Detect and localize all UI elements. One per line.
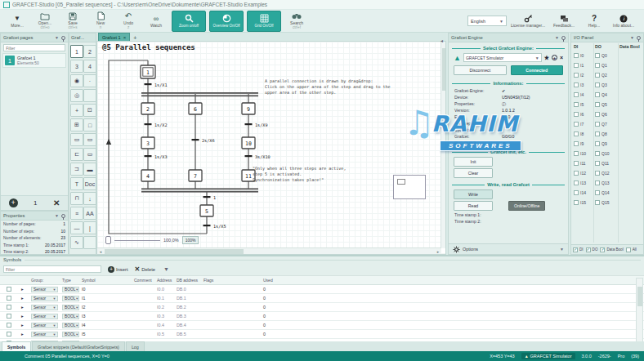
- expand-arrow-icon[interactable]: ▸: [18, 296, 31, 301]
- do-checkbox[interactable]: [595, 200, 600, 205]
- bottom-tab[interactable]: Grafcet snippets (Default\GrafcetSnippet…: [32, 341, 125, 351]
- do-checkbox[interactable]: [595, 102, 600, 107]
- do-checkbox[interactable]: [595, 53, 600, 58]
- zoom-reset-button[interactable]: 100%: [182, 236, 199, 244]
- pin-icon[interactable]: [637, 36, 641, 40]
- palette-item[interactable]: ▭: [83, 133, 96, 146]
- palette-item[interactable]: ⊓: [70, 192, 83, 205]
- horizontal-scrollbar[interactable]: ◂ ▸: [97, 247, 441, 255]
- palette-item[interactable]: ▬: [83, 163, 96, 176]
- group-dropdown[interactable]: Sensor▼: [31, 314, 58, 319]
- io-filter-toggle[interactable]: ✓ Data Bool: [600, 247, 623, 252]
- row-checkbox[interactable]: [7, 323, 11, 328]
- online-offline-button[interactable]: Online/Offline: [508, 201, 545, 211]
- do-checkbox[interactable]: [595, 151, 600, 156]
- palette-item[interactable]: 4: [83, 60, 96, 73]
- palette-item[interactable]: ↓: [83, 192, 96, 205]
- do-checkbox[interactable]: [595, 63, 600, 68]
- gear-icon[interactable]: [453, 246, 460, 253]
- di-checkbox[interactable]: [574, 161, 579, 166]
- palette-item[interactable]: [83, 89, 96, 102]
- group-dropdown[interactable]: Sensor▼: [31, 287, 58, 292]
- scroll-thumb[interactable]: [637, 287, 642, 306]
- collapse-panel-icon[interactable]: ◂: [441, 38, 443, 43]
- watch-button[interactable]: ∞ Watch: [142, 11, 170, 32]
- palette-item[interactable]: □: [83, 118, 96, 131]
- palette-item[interactable]: ⊏: [70, 148, 83, 161]
- do-checkbox[interactable]: [595, 171, 600, 176]
- palette-item[interactable]: T: [70, 177, 83, 190]
- simulator-chip[interactable]: ▲ GRAFCET Simulator: [521, 353, 575, 359]
- bottom-tab[interactable]: Symbols: [2, 341, 31, 351]
- expand-arrow-icon[interactable]: ▸: [18, 332, 31, 336]
- palette-item[interactable]: AA: [83, 207, 96, 220]
- di-checkbox[interactable]: [574, 92, 579, 97]
- checkbox[interactable]: ✓: [586, 247, 591, 252]
- palette-item[interactable]: 3: [70, 60, 83, 73]
- di-checkbox[interactable]: [574, 190, 579, 195]
- do-checkbox[interactable]: [595, 112, 600, 117]
- palette-item[interactable]: —: [70, 221, 83, 234]
- palette-item[interactable]: 1: [70, 45, 83, 58]
- palette-item[interactable]: ◎: [70, 89, 83, 102]
- palette-item[interactable]: ·: [83, 74, 96, 87]
- do-checkbox[interactable]: [595, 141, 600, 146]
- di-checkbox[interactable]: [574, 131, 579, 136]
- feedback-button[interactable]: Feedback...: [549, 11, 579, 32]
- di-checkbox[interactable]: [574, 141, 579, 146]
- options-label[interactable]: Options: [463, 247, 478, 252]
- comment-box[interactable]: [393, 175, 426, 199]
- read-button[interactable]: Read: [454, 201, 493, 211]
- license-manager-button[interactable]: License manager...: [510, 11, 546, 32]
- palette-item[interactable]: [83, 236, 96, 249]
- close-tab-icon[interactable]: ×: [123, 35, 127, 40]
- grafcet-canvas[interactable]: @5 Parallel sequences: [96, 41, 446, 255]
- expand-arrow-icon[interactable]: ▸: [18, 287, 31, 292]
- di-checkbox[interactable]: [574, 122, 579, 127]
- symbol-row[interactable]: ▸ Sensor▼ BOOL▼ I4 I0.4 DB.4 0: [0, 321, 644, 330]
- page-list-item[interactable]: 1 Grafcet 1 Elements:50: [2, 53, 66, 68]
- do-checkbox[interactable]: [595, 161, 600, 166]
- group-dropdown[interactable]: Sensor▼: [31, 323, 58, 328]
- chevron-down-icon[interactable]: ▼: [555, 35, 559, 40]
- overview-toggle-button[interactable]: Overview On/Off: [209, 11, 244, 32]
- palette-item[interactable]: ∿: [70, 236, 83, 249]
- symbol-row[interactable]: ▸ Sensor▼ BOOL▼ I3 I0.3 DB.3 0: [0, 312, 644, 321]
- language-select[interactable]: English ▼: [467, 16, 507, 26]
- save-button[interactable]: Save ctrl+s: [59, 11, 87, 32]
- undo-button[interactable]: ↶ Undo z: [114, 11, 142, 32]
- symbol-row[interactable]: ▸ Sensor▼ BOOL▼ I1 I0.1 DB.1 0: [0, 294, 644, 303]
- expand-arrow-icon[interactable]: ▸: [18, 314, 31, 319]
- insert-button[interactable]: + Insert: [108, 266, 128, 273]
- do-checkbox[interactable]: [595, 131, 600, 136]
- palette-item[interactable]: Doc: [83, 177, 96, 190]
- transition[interactable]: [145, 155, 152, 157]
- clear-button[interactable]: Clear: [454, 168, 493, 178]
- delete-button[interactable]: ✕ Delete: [135, 265, 155, 273]
- chevron-down-icon[interactable]: ▼: [163, 266, 169, 272]
- engine-remove-icon[interactable]: ×: [560, 55, 563, 60]
- engine-add-icon[interactable]: +: [552, 55, 557, 60]
- transition[interactable]: [145, 123, 152, 125]
- row-checkbox[interactable]: [7, 296, 11, 301]
- zoom-slider[interactable]: [105, 236, 111, 244]
- di-checkbox[interactable]: [574, 171, 579, 176]
- do-checkbox[interactable]: [595, 73, 600, 78]
- row-checkbox[interactable]: [7, 305, 11, 310]
- di-checkbox[interactable]: [574, 102, 579, 107]
- do-checkbox[interactable]: [595, 82, 600, 87]
- init-button[interactable]: Init: [454, 157, 493, 167]
- palette-item[interactable]: ⊐: [70, 163, 83, 176]
- palette-item[interactable]: ⊡: [83, 104, 96, 117]
- chevron-down-icon[interactable]: ▼: [55, 213, 59, 218]
- info-about-button[interactable]: i Info about...: [610, 11, 637, 32]
- transition[interactable]: [203, 196, 211, 198]
- new-button[interactable]: New n: [87, 11, 114, 32]
- di-checkbox[interactable]: [574, 53, 579, 58]
- scroll-thumb[interactable]: [105, 249, 244, 254]
- group-dropdown[interactable]: Sensor▼: [31, 305, 58, 310]
- symbol-row[interactable]: ▸ Sensor▼ BOOL▼ I0 I0.0 DB.0 0: [0, 285, 644, 294]
- palette-item[interactable]: ◉: [70, 74, 83, 87]
- vertical-scrollbar[interactable]: [441, 42, 446, 247]
- di-checkbox[interactable]: [574, 200, 579, 205]
